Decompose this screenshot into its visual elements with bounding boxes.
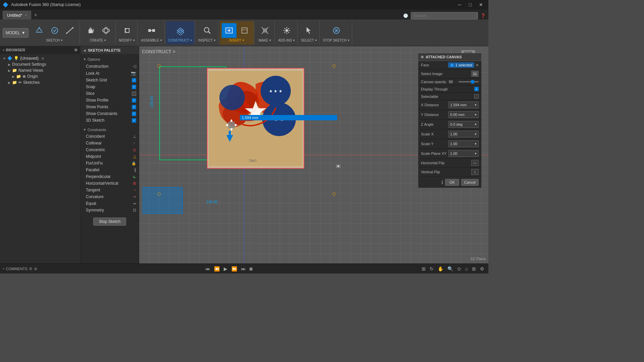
stop-sketch-palette-btn[interactable]: Stop Sketch xyxy=(93,218,126,226)
snap-checkbox[interactable]: ✓ xyxy=(132,85,136,89)
view-pan-btn[interactable]: ✋ xyxy=(436,265,445,272)
constraint-collinear[interactable]: Collinear xyxy=(80,140,139,146)
sketch-create-btn[interactable] xyxy=(32,23,47,38)
constraint-fix[interactable]: Fix/UnFix xyxy=(80,160,139,167)
dimension-tooltip[interactable]: 1.594 mm ▼ xyxy=(240,115,337,120)
sketch-label[interactable]: SKETCH ▼ xyxy=(46,39,63,42)
3d-sketch-checkbox[interactable]: ✓ xyxy=(132,118,136,123)
modify-label[interactable]: MODIFY ▼ xyxy=(119,39,136,42)
ac-display-through-checkbox[interactable]: ✓ xyxy=(474,87,479,91)
help-icon[interactable]: ❓ xyxy=(481,13,486,18)
show-profile-checkbox[interactable]: ✓ xyxy=(132,98,136,103)
timeline-end-btn[interactable]: ⏭ xyxy=(240,266,247,272)
ac-select-image-btn[interactable] xyxy=(471,71,479,77)
browser-named-views[interactable]: ▶ 📁 Named Views xyxy=(0,67,80,73)
addins-label[interactable]: ADD-INS ▼ xyxy=(278,39,295,42)
create-label[interactable]: CREATE ▼ xyxy=(90,39,107,42)
view-grid-btn[interactable]: ⊞ xyxy=(471,265,477,272)
inspect-label[interactable]: INSPECT ▼ xyxy=(198,39,216,42)
show-points-checkbox[interactable]: ✓ xyxy=(132,105,136,109)
option-look-at[interactable]: Look At 📷 xyxy=(80,70,139,77)
inspect-btn[interactable] xyxy=(200,23,215,38)
sketch-grid-checkbox[interactable]: ✓ xyxy=(132,78,136,82)
constraint-curvature[interactable]: Curvature xyxy=(80,193,139,200)
option-sketch-grid[interactable]: Sketch Grid ✓ xyxy=(80,77,139,83)
select-label[interactable]: SELECT ▼ xyxy=(301,39,317,42)
insert-canvas-btn[interactable] xyxy=(222,23,236,38)
constraint-equal[interactable]: Equal xyxy=(80,200,139,207)
sketch-line-btn[interactable] xyxy=(63,23,77,38)
make-label[interactable]: MAKE ▼ xyxy=(259,39,271,42)
ac-y-distance-dropdown[interactable]: 0.00 mm ▼ xyxy=(448,111,479,118)
browser-expand-icon[interactable]: ⊕ xyxy=(74,48,77,52)
view-home-btn[interactable]: ⌂ xyxy=(464,265,469,272)
ac-face-clear-icon[interactable]: ✕ xyxy=(476,63,479,67)
close-button[interactable]: ✕ xyxy=(476,0,486,9)
ac-scale-x-dropdown[interactable]: 1.00 ▼ xyxy=(448,131,479,137)
assemble-btn[interactable] xyxy=(144,23,159,38)
new-tab-button[interactable]: + xyxy=(31,11,40,19)
ac-selectable-checkbox[interactable] xyxy=(474,94,479,99)
constraint-coincident[interactable]: Coincident xyxy=(80,133,139,140)
option-snap[interactable]: Snap ✓ xyxy=(80,83,139,90)
model-dropdown[interactable]: MODEL ▼ xyxy=(3,28,29,38)
constraint-parallel[interactable]: Parallel xyxy=(80,167,139,173)
ac-scale-y-dropdown[interactable]: 1.00 ▼ xyxy=(448,140,479,147)
modify-btn[interactable] xyxy=(120,23,135,38)
timeline-start-btn[interactable]: ⏮ xyxy=(204,266,211,272)
browser-collapse-icon[interactable]: « xyxy=(3,48,5,52)
ac-x-distance-dropdown[interactable]: 1.594 mm ▼ xyxy=(448,102,479,108)
option-show-points[interactable]: Show Points ✓ xyxy=(80,104,139,110)
timeline-play-btn[interactable]: ▶ xyxy=(222,266,229,272)
constraints-section-title[interactable]: ▼ Constraints xyxy=(80,126,139,133)
maximize-button[interactable]: □ xyxy=(466,0,475,9)
browser-settings-icon[interactable]: ⚙ xyxy=(41,57,44,60)
browser-sketches[interactable]: ▶ 📁 ✏ Sketches xyxy=(0,79,80,85)
constraint-perpendicular[interactable]: Perpendicular xyxy=(80,173,139,180)
option-3d-sketch[interactable]: 3D Sketch ✓ xyxy=(80,117,139,124)
active-tab[interactable]: Untitled* × xyxy=(3,11,31,19)
view-fit-btn[interactable]: ⊙ xyxy=(456,265,463,272)
comments-expand-icon[interactable]: « xyxy=(3,267,5,270)
dimension-dropdown-btn[interactable]: ▼ xyxy=(336,165,340,168)
timeline-next-btn[interactable]: ⏩ xyxy=(230,266,238,272)
addins-btn[interactable] xyxy=(279,23,294,38)
browser-origin[interactable]: ▶ 📁 ⊕ Origin xyxy=(0,73,80,79)
ac-cancel-btn[interactable]: Cancel xyxy=(461,179,479,186)
ac-h-flip-btn[interactable]: ↔ xyxy=(471,160,479,166)
create-extrude-btn[interactable] xyxy=(83,23,98,38)
finish-sketch-btn[interactable] xyxy=(47,23,62,38)
search-input[interactable] xyxy=(411,12,478,19)
timeline-prev-btn[interactable]: ⏪ xyxy=(213,266,221,272)
tab-close-button[interactable]: × xyxy=(25,13,27,17)
view-settings-btn[interactable]: ⚙ xyxy=(479,265,486,272)
construct-label[interactable]: CONSTRUCT ▼ xyxy=(168,39,193,42)
insert-label[interactable]: INSERT ▼ xyxy=(229,39,245,42)
browser-doc-settings[interactable]: ▶ Document Settings xyxy=(0,61,80,67)
comments-settings-icon[interactable]: ⚙ xyxy=(29,266,33,271)
select-btn[interactable] xyxy=(302,23,317,38)
option-slice[interactable]: Slice xyxy=(80,90,139,97)
slice-checkbox[interactable] xyxy=(132,92,136,96)
stop-sketch-label[interactable]: STOP SKETCH ▼ xyxy=(323,39,350,42)
canvas-area[interactable]: TOP xyxy=(139,46,488,263)
comments-expand-btn[interactable]: ⊕ xyxy=(34,266,37,271)
view-snap-btn[interactable]: ⊞ xyxy=(420,265,427,272)
stop-sketch-btn[interactable] xyxy=(329,23,344,38)
ac-info-icon[interactable]: ℹ xyxy=(441,180,443,185)
show-constraints-checkbox[interactable]: ✓ xyxy=(132,112,136,116)
constraint-hv[interactable]: Horizontal/Vertical xyxy=(80,180,139,187)
assemble-label[interactable]: ASSEMBLE ▼ xyxy=(141,39,162,42)
make-btn[interactable] xyxy=(258,23,272,38)
minimize-button[interactable]: ─ xyxy=(455,0,464,9)
ac-ok-btn[interactable]: OK xyxy=(445,179,459,186)
browser-root-item[interactable]: ▼ 🔷 💡 (Unsaved) ⚙ xyxy=(0,55,80,61)
insert-other-btn[interactable] xyxy=(237,23,252,38)
option-show-constraints[interactable]: Show Constraints ✓ xyxy=(80,110,139,117)
constraint-tangent[interactable]: Tangent xyxy=(80,187,139,193)
view-zoom-btn[interactable]: 🔍 xyxy=(446,265,454,272)
ac-v-flip-btn[interactable]: ↕ xyxy=(471,169,479,175)
options-section-title[interactable]: ▼ Options xyxy=(80,56,139,63)
option-show-profile[interactable]: Show Profile ✓ xyxy=(80,97,139,104)
ac-z-angle-dropdown[interactable]: 0.0 deg ▼ xyxy=(448,121,479,128)
